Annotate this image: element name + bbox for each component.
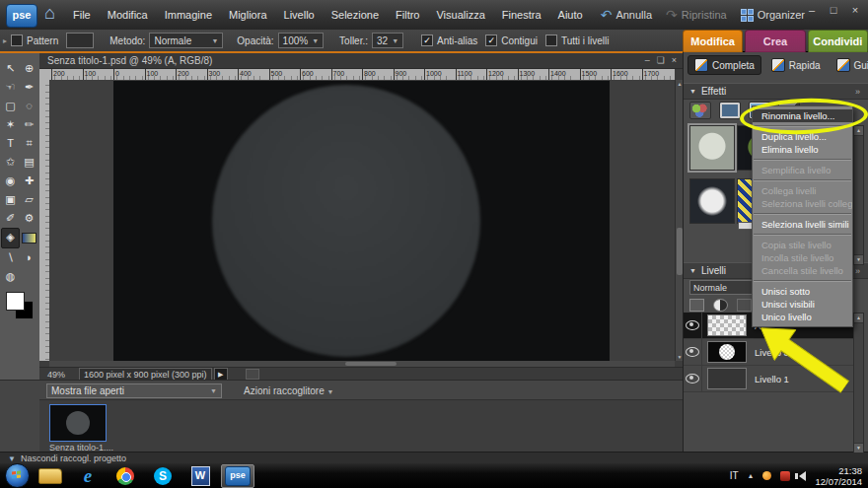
effects-category-frames-icon[interactable] xyxy=(719,102,741,119)
context-menu-item-unisci-sotto[interactable]: Unisci sotto xyxy=(753,285,852,298)
pattern-checkbox-box[interactable] xyxy=(11,35,23,46)
layer-thumbnail[interactable] xyxy=(707,314,747,336)
menu-filtro[interactable]: Filtro xyxy=(396,9,419,21)
panel-menu-icon[interactable]: » xyxy=(855,87,861,97)
home-icon[interactable]: ⌂ xyxy=(44,3,55,24)
context-menu-item-elimina-livello[interactable]: Elimina livello xyxy=(753,143,852,156)
tool-gradient[interactable] xyxy=(20,228,38,246)
doc-restore-icon[interactable]: ❏ xyxy=(657,55,665,65)
close-icon[interactable]: × xyxy=(848,4,862,16)
checkbox-box-contigui[interactable]: ✓ xyxy=(485,35,497,46)
menu-modifica[interactable]: Modifica xyxy=(108,9,148,21)
tab-rapida[interactable]: Rapida xyxy=(765,56,827,74)
tool-lasso[interactable]: ◌ xyxy=(20,97,38,115)
effect-thumbnail-apple-soft[interactable] xyxy=(689,125,735,171)
pattern-checkbox[interactable]: Pattern xyxy=(11,35,58,46)
taskbar-clock[interactable]: 21:3812/07/2014 xyxy=(815,465,862,487)
tool-zoom[interactable]: ⊕ xyxy=(20,59,38,78)
document-title-bar[interactable]: Senza titolo-1.psd @ 49% (A, RGB/8) – ❏ … xyxy=(39,53,683,69)
taskbar-app-photoshop-elements[interactable]: pse xyxy=(221,464,254,488)
effect-thumbnail-apple-invert[interactable] xyxy=(689,178,735,224)
taskbar-app-internet-explorer[interactable]: e xyxy=(71,464,105,488)
delete-layer-icon[interactable] xyxy=(737,299,752,312)
mode-tab-crea[interactable]: Crea xyxy=(745,30,805,52)
redo-button[interactable]: ↷ Ripristina xyxy=(666,7,727,23)
checkbox-contigui[interactable]: ✓Contigui xyxy=(485,35,538,46)
menu-immagine[interactable]: Immagine xyxy=(165,9,212,21)
tray-security-icon[interactable] xyxy=(780,471,790,481)
tool-cookie-cutter[interactable]: ✩ xyxy=(1,153,20,172)
minimize-icon[interactable]: – xyxy=(805,4,819,16)
checkbox-anti-alias[interactable]: ✓Anti-alias xyxy=(421,35,477,46)
layer-visibility-toggle[interactable] xyxy=(684,313,702,338)
tool-paint-bucket[interactable]: ◈ xyxy=(1,228,20,248)
tolerance-input[interactable]: 32 ▼ xyxy=(372,33,403,48)
open-file-thumbnail[interactable] xyxy=(49,404,107,442)
tool-smart-brush[interactable]: ⚙ xyxy=(20,209,38,228)
tool-crop[interactable]: ⌗ xyxy=(20,134,38,153)
organizer-button[interactable]: Organizer xyxy=(741,9,805,22)
blend-mode-select[interactable]: Normale ▼ xyxy=(149,33,223,48)
tab-completa[interactable]: Completa xyxy=(687,55,761,75)
taskbar-app-skype[interactable]: S xyxy=(146,464,180,488)
effects-scrollbar[interactable]: ▲▼ xyxy=(853,125,864,265)
zoom-level[interactable]: 49% xyxy=(47,370,65,380)
tab-guidata[interactable]: Guidata xyxy=(831,56,868,74)
canvas[interactable] xyxy=(113,81,610,361)
tray-expand-icon[interactable]: ▲ xyxy=(748,472,755,479)
menu-livello[interactable]: Livello xyxy=(284,9,315,21)
undo-button[interactable]: ↶ Annulla xyxy=(601,7,652,23)
context-menu-item-seleziona-livelli-simili[interactable]: Seleziona livelli simili xyxy=(753,218,852,231)
layer-thumbnail[interactable] xyxy=(707,368,747,389)
menu-file[interactable]: File xyxy=(73,9,91,21)
mode-tab-condividi[interactable]: Condividi xyxy=(808,30,868,52)
tool-sponge[interactable]: ◍ xyxy=(1,267,20,286)
tool-red-eye[interactable]: ◉ xyxy=(1,172,20,190)
tool-eyedropper[interactable]: ✒ xyxy=(20,78,38,97)
collapse-icon[interactable]: ▼ xyxy=(689,88,696,95)
layer-visibility-toggle[interactable] xyxy=(684,366,702,391)
menu-aiuto[interactable]: Aiuto xyxy=(558,9,583,21)
adjustment-layer-icon[interactable] xyxy=(713,299,728,312)
doc-minimize-icon[interactable]: – xyxy=(645,55,650,65)
language-indicator[interactable]: IT xyxy=(730,470,739,481)
collapse-icon[interactable]: ▼ xyxy=(689,267,696,274)
foreground-color-swatch[interactable] xyxy=(6,292,25,311)
speaker-icon[interactable] xyxy=(799,471,806,481)
tool-move[interactable]: ↖ xyxy=(1,59,20,78)
tool-hand[interactable]: ☜ xyxy=(1,78,20,97)
canvas-viewport[interactable] xyxy=(49,80,675,361)
tool-shape[interactable]: ∖ xyxy=(1,248,20,267)
tool-magic-wand[interactable]: ✶ xyxy=(1,115,20,134)
pattern-swatch[interactable] xyxy=(66,33,94,48)
mode-tab-modifica[interactable]: Modifica xyxy=(683,30,743,52)
tool-blur[interactable]: ◗ xyxy=(20,248,38,267)
menu-selezione[interactable]: Selezione xyxy=(331,9,379,21)
tray-app-icon[interactable] xyxy=(762,471,771,480)
tool-eraser[interactable]: ▱ xyxy=(20,190,38,209)
effects-category-filters-icon[interactable] xyxy=(689,102,711,119)
context-menu-item-unisci-visibili[interactable]: Unisci visibili xyxy=(753,298,852,311)
new-layer-icon[interactable] xyxy=(689,299,704,312)
taskbar-app-chrome[interactable] xyxy=(108,464,142,488)
layers-scrollbar[interactable]: ▲▼ xyxy=(853,313,864,453)
menu-finestra[interactable]: Finestra xyxy=(502,9,542,21)
tool-straighten[interactable]: ▤ xyxy=(20,153,38,172)
panel-menu-icon[interactable]: » xyxy=(855,266,861,276)
taskbar-app-word[interactable]: W xyxy=(183,464,217,488)
bin-actions-menu[interactable]: Azioni raccoglitore ▼ xyxy=(244,385,333,396)
opacity-input[interactable]: 100% ▼ xyxy=(278,33,325,48)
maximize-icon[interactable]: □ xyxy=(827,4,840,16)
tool-clone-stamp[interactable]: ▣ xyxy=(1,190,20,209)
checkbox-box-tutti-i-livelli[interactable] xyxy=(545,35,557,46)
effects-panel-header[interactable]: ▼ Effetti » xyxy=(684,83,868,100)
doc-close-icon[interactable]: × xyxy=(672,55,677,65)
taskbar-app-file-explorer[interactable] xyxy=(34,464,67,488)
status-extra-box[interactable] xyxy=(246,369,259,380)
tool-marquee[interactable]: ▢ xyxy=(1,97,20,115)
menu-visualizza[interactable]: Visualizza xyxy=(436,9,484,21)
menu-migliora[interactable]: Migliora xyxy=(229,9,267,21)
tool-brush[interactable]: ✐ xyxy=(1,209,20,228)
checkbox-box-anti-alias[interactable]: ✓ xyxy=(421,35,433,46)
layer-thumbnail[interactable] xyxy=(707,341,747,363)
